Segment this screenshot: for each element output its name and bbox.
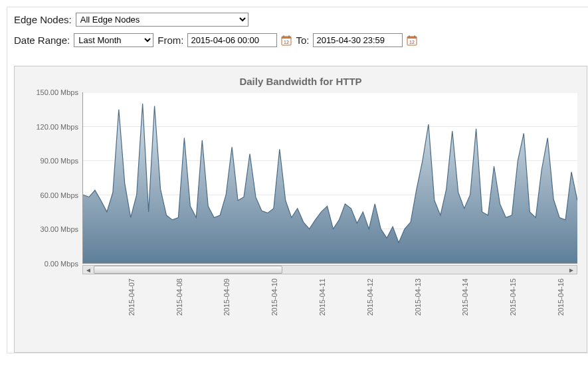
plot-area [82, 92, 577, 264]
chart-grid: 0.00 Mbps30.00 Mbps60.00 Mbps90.00 Mbps1… [24, 92, 577, 347]
area-series [83, 92, 577, 263]
svg-rect-7 [409, 35, 410, 37]
x-tick-label: 2015-04-09 [223, 278, 231, 316]
edge-nodes-row: Edge Nodes: All Edge Nodes [14, 13, 587, 27]
y-tick-label: 120.00 Mbps [36, 123, 78, 131]
scroll-track[interactable] [94, 266, 566, 274]
y-tick-label: 150.00 Mbps [36, 88, 78, 96]
from-label: From: [157, 35, 183, 46]
x-tick-label: 2015-04-13 [414, 278, 422, 316]
calendar-icon[interactable]: 12 [407, 35, 417, 46]
scroll-right-arrow[interactable]: ► [566, 266, 577, 274]
x-tick-label: 2015-04-08 [175, 278, 183, 316]
bandwidth-panel: Edge Nodes: All Edge Nodes Date Range: L… [7, 7, 588, 353]
horizontal-scrollbar[interactable]: ◄ ► [82, 265, 577, 274]
date-range-select[interactable]: Last Month [74, 33, 153, 47]
x-axis: 2015-04-072015-04-082015-04-092015-04-10… [82, 274, 577, 347]
to-label: To: [296, 35, 309, 46]
bandwidth-chart: Daily Bandwidth for HTTP 0.00 Mbps30.00 … [14, 66, 587, 353]
svg-rect-2 [283, 35, 284, 37]
svg-rect-3 [288, 35, 290, 37]
to-input[interactable] [313, 33, 403, 47]
y-tick-label: 90.00 Mbps [41, 157, 78, 165]
date-range-row: Date Range: Last Month From: 12 To: 12 [14, 33, 587, 47]
x-tick-label: 2015-04-07 [128, 278, 136, 316]
chart-title: Daily Bandwidth for HTTP [24, 76, 577, 87]
edge-nodes-label: Edge Nodes: [14, 14, 72, 25]
svg-text:12: 12 [410, 39, 415, 44]
y-tick-label: 30.00 Mbps [41, 225, 78, 233]
x-tick-label: 2015-04-10 [270, 278, 278, 316]
calendar-icon[interactable]: 12 [281, 35, 292, 46]
y-tick-label: 0.00 Mbps [45, 260, 78, 268]
from-input[interactable] [187, 33, 277, 47]
x-tick-label: 2015-04-14 [461, 278, 469, 316]
x-tick-label: 2015-04-11 [318, 278, 326, 316]
x-tick-label: 2015-04-15 [509, 278, 517, 316]
y-axis: 0.00 Mbps30.00 Mbps60.00 Mbps90.00 Mbps1… [24, 92, 82, 264]
x-tick-label: 2015-04-12 [366, 278, 374, 316]
scroll-left-arrow[interactable]: ◄ [83, 266, 94, 274]
x-tick-label: 2015-04-16 [557, 278, 565, 316]
edge-nodes-select[interactable]: All Edge Nodes [76, 13, 248, 27]
svg-rect-8 [414, 35, 415, 37]
scroll-thumb[interactable] [94, 266, 282, 274]
svg-text:12: 12 [284, 39, 290, 44]
y-tick-label: 60.00 Mbps [41, 191, 78, 199]
date-range-label: Date Range: [14, 35, 70, 46]
